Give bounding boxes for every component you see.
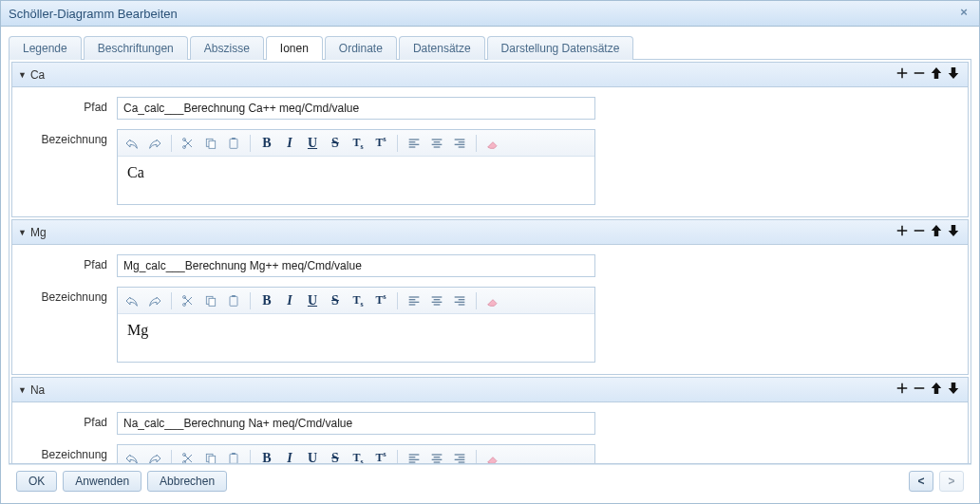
rte-toolbar: B I U S Ts Ts	[118, 130, 594, 157]
italic-icon[interactable]: I	[279, 448, 300, 464]
undo-icon[interactable]	[122, 448, 142, 464]
caret-down-icon: ▼	[18, 385, 27, 395]
bold-icon[interactable]: B	[256, 133, 277, 154]
superscript-icon[interactable]: Ts	[370, 448, 391, 464]
align-center-icon[interactable]	[426, 448, 447, 464]
undo-icon[interactable]	[122, 290, 142, 311]
superscript-icon[interactable]: Ts	[370, 133, 391, 154]
rte-content-ca[interactable]: Ca	[118, 157, 594, 204]
align-right-icon[interactable]	[449, 133, 470, 154]
tab-datensaetze[interactable]: Datensätze	[399, 36, 485, 60]
paste-icon[interactable]	[223, 133, 244, 154]
tab-legende[interactable]: Legende	[9, 36, 82, 60]
pfad-input-na[interactable]	[117, 412, 595, 435]
align-left-icon[interactable]	[404, 448, 424, 464]
section-title: Mg	[30, 226, 47, 239]
svg-rect-4	[209, 140, 216, 148]
undo-icon[interactable]	[122, 133, 142, 154]
align-center-icon[interactable]	[426, 133, 447, 154]
strikethrough-icon[interactable]: S	[325, 448, 346, 464]
cut-icon[interactable]	[178, 133, 198, 154]
tab-ionen[interactable]: Ionen	[266, 36, 323, 60]
underline-icon[interactable]: U	[302, 290, 323, 311]
ok-button[interactable]: OK	[16, 471, 57, 492]
tab-abszisse[interactable]: Abszisse	[190, 36, 264, 60]
pfad-input-mg[interactable]	[117, 254, 595, 277]
align-right-icon[interactable]	[449, 448, 470, 464]
copy-icon[interactable]	[200, 290, 221, 311]
cancel-button[interactable]: Abbrechen	[147, 471, 227, 492]
ion-section-na: ▼ Na Pfad	[11, 377, 969, 463]
subscript-icon[interactable]: Ts	[348, 290, 368, 311]
pfad-input-ca[interactable]	[117, 97, 595, 120]
strikethrough-icon[interactable]: S	[325, 290, 346, 311]
arrow-down-icon[interactable]	[945, 65, 962, 84]
toolbar-separator	[171, 292, 172, 309]
rte-content-mg[interactable]: Mg	[118, 314, 594, 362]
align-left-icon[interactable]	[404, 133, 424, 154]
strikethrough-icon[interactable]: S	[325, 133, 346, 154]
arrow-up-icon[interactable]	[928, 222, 945, 242]
svg-rect-0	[914, 72, 925, 74]
svg-rect-18	[209, 456, 216, 463]
prev-button[interactable]: <	[909, 471, 933, 492]
bezeichnung-label: Bezeichnung	[22, 444, 117, 461]
plus-icon[interactable]	[894, 380, 911, 400]
tab-panel-ionen: ▼ Ca Pfad	[9, 59, 971, 464]
paste-icon[interactable]	[223, 290, 244, 311]
align-left-icon[interactable]	[404, 290, 424, 311]
cut-icon[interactable]	[178, 290, 198, 311]
arrow-up-icon[interactable]	[928, 65, 945, 84]
superscript-icon[interactable]: Ts	[370, 290, 391, 311]
subscript-icon[interactable]: Ts	[348, 448, 368, 464]
minus-icon[interactable]	[911, 380, 928, 400]
plus-icon[interactable]	[894, 65, 911, 84]
redo-icon[interactable]	[144, 448, 165, 464]
copy-icon[interactable]	[200, 133, 221, 154]
eraser-icon[interactable]	[482, 448, 503, 464]
tab-ordinate[interactable]: Ordinate	[325, 36, 397, 60]
ion-section-header-na[interactable]: ▼ Na	[12, 378, 968, 402]
tab-beschriftungen[interactable]: Beschriftungen	[84, 36, 188, 60]
apply-button[interactable]: Anwenden	[63, 471, 141, 492]
align-center-icon[interactable]	[426, 290, 447, 311]
close-icon[interactable]: ×	[956, 6, 971, 21]
svg-rect-12	[230, 296, 237, 306]
ion-section-header-mg[interactable]: ▼ Mg	[12, 220, 968, 245]
ion-section-ca: ▼ Ca Pfad	[11, 62, 969, 217]
redo-icon[interactable]	[144, 133, 165, 154]
tab-darstellung-datensaetze[interactable]: Darstellung Datensätze	[487, 36, 634, 60]
caret-down-icon: ▼	[18, 228, 27, 237]
plus-icon[interactable]	[894, 222, 911, 242]
cut-icon[interactable]	[178, 448, 198, 464]
eraser-icon[interactable]	[482, 290, 503, 311]
minus-icon[interactable]	[911, 222, 928, 242]
section-tools	[894, 65, 962, 84]
rte-toolbar: B I U S Ts Ts	[118, 445, 594, 463]
toolbar-separator	[476, 292, 477, 309]
svg-rect-19	[230, 454, 237, 463]
ion-section-header-ca[interactable]: ▼ Ca	[12, 63, 968, 87]
arrow-down-icon[interactable]	[945, 380, 962, 400]
align-right-icon[interactable]	[449, 290, 470, 311]
italic-icon[interactable]: I	[279, 133, 300, 154]
svg-rect-11	[209, 298, 216, 306]
subscript-icon[interactable]: Ts	[348, 133, 368, 154]
caret-down-icon: ▼	[18, 70, 27, 80]
copy-icon[interactable]	[200, 448, 221, 464]
ion-list-scroll[interactable]: ▼ Ca Pfad	[9, 60, 971, 463]
underline-icon[interactable]: U	[302, 448, 323, 464]
redo-icon[interactable]	[144, 290, 165, 311]
minus-icon[interactable]	[911, 65, 928, 84]
svg-rect-13	[232, 295, 236, 297]
next-button[interactable]: >	[939, 471, 964, 492]
bold-icon[interactable]: B	[256, 290, 277, 311]
section-tools	[894, 380, 962, 400]
arrow-up-icon[interactable]	[928, 380, 945, 400]
arrow-down-icon[interactable]	[945, 222, 962, 242]
paste-icon[interactable]	[223, 448, 244, 464]
eraser-icon[interactable]	[482, 133, 503, 154]
bold-icon[interactable]: B	[256, 448, 277, 464]
italic-icon[interactable]: I	[279, 290, 300, 311]
underline-icon[interactable]: U	[302, 133, 323, 154]
